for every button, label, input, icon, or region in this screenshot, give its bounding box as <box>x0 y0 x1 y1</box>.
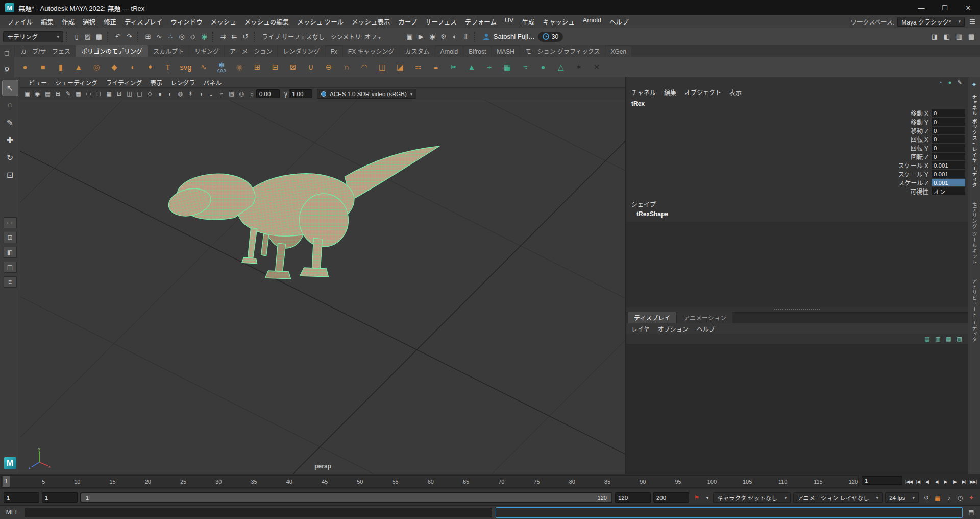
menu-item[interactable]: ファイル <box>3 17 37 27</box>
scale-tool[interactable]: ⊡ <box>3 167 18 182</box>
symmetrize-icon[interactable]: △ <box>553 59 569 75</box>
channel-attribute-value[interactable]: 0 <box>932 118 965 126</box>
layer-editor-tab[interactable]: アニメーション <box>677 312 732 323</box>
script-editor-icon[interactable]: ▤ <box>966 507 976 517</box>
current-frame-field[interactable]: 1 <box>862 476 902 485</box>
live-surface-selector[interactable]: ライブ サーフェスなし <box>259 32 328 41</box>
exposure-icon[interactable]: ☼ <box>249 90 255 98</box>
redo-icon[interactable]: ↷ <box>124 31 135 42</box>
pause-icon[interactable]: Ⅱ <box>460 31 472 42</box>
command-result-field[interactable] <box>496 507 963 518</box>
menu-item[interactable]: ヘルプ <box>605 17 633 27</box>
panel-menu-item[interactable]: パネル <box>199 78 226 87</box>
channel-attribute-value[interactable]: 0 <box>932 135 965 143</box>
menu-item[interactable]: サーフェス <box>421 17 461 27</box>
new-scene-icon[interactable]: ▯ <box>71 31 82 42</box>
multi-cut-icon[interactable]: ✂ <box>446 59 462 75</box>
playback-range-bar[interactable]: 1 120 <box>81 493 611 502</box>
move-tool[interactable]: ✚ <box>3 132 18 148</box>
menu-item[interactable]: キャッシュ <box>538 17 579 27</box>
play-forward-button[interactable]: ▶ <box>941 477 950 487</box>
playback-start-field[interactable]: 1 <box>42 492 78 503</box>
channel-attribute-value[interactable]: 0.001 <box>932 179 965 186</box>
channel-attribute-value[interactable]: 0.001 <box>932 161 965 169</box>
grease-pencil-icon[interactable]: ✎ <box>63 89 73 99</box>
bookmark-icon[interactable]: ⚑ <box>692 492 702 503</box>
menu-item[interactable]: ディスプレイ <box>120 17 166 27</box>
exposure-field[interactable]: 0.00 <box>256 89 280 98</box>
svg-tool-icon[interactable]: svg <box>178 59 194 75</box>
occlusion-icon[interactable]: ◒ <box>206 89 216 99</box>
insert-edge-loop-icon[interactable]: ≡ <box>428 59 444 75</box>
go-to-end-button[interactable]: ▶▶| <box>969 477 977 487</box>
snap-to-point-icon[interactable]: ∴ <box>165 31 176 42</box>
animation-start-field[interactable]: 1 <box>4 492 39 503</box>
poly-plane-icon[interactable]: ◆ <box>106 59 122 75</box>
channel-attribute-label[interactable]: スケール Z <box>898 178 932 187</box>
channel-attribute-value[interactable]: 0 <box>932 109 965 117</box>
channel-attribute-label[interactable]: 回転 Z <box>911 152 932 161</box>
shelf-tab[interactable]: スカルプト <box>148 45 189 57</box>
poly-cube-icon[interactable]: ■ <box>35 59 51 75</box>
field-chart-icon[interactable]: ⊡ <box>114 89 124 99</box>
shadows-icon[interactable]: ◑ <box>196 89 206 99</box>
channel-box-menu-item[interactable]: オブジェクト <box>684 88 721 97</box>
render-settings-icon[interactable]: ⚙ <box>438 31 449 42</box>
construction-history-icon[interactable]: ↺ <box>240 31 251 42</box>
anti-aliasing-icon[interactable]: ▨ <box>227 89 236 99</box>
subdiv-sphere-icon[interactable]: ◉ <box>231 59 248 75</box>
poly-cone-icon[interactable]: ▲ <box>70 59 87 75</box>
menu-item[interactable]: 編集 <box>37 17 58 27</box>
target-weld-icon[interactable]: ▲ <box>463 59 480 75</box>
menu-item[interactable]: 作成 <box>58 17 79 27</box>
bookmark-menu-icon[interactable]: ▾ <box>704 492 710 503</box>
channel-attribute-label[interactable]: 移動 Y <box>911 117 932 126</box>
symmetry-selector[interactable]: シンメトリ: オフ ▾ <box>328 32 384 41</box>
smooth-icon[interactable]: ◠ <box>356 59 373 75</box>
play-backwards-button[interactable]: ◀ <box>932 477 941 487</box>
layer-editor-menu-item[interactable]: レイヤ <box>631 324 650 333</box>
channel-box-menu-item[interactable]: 表示 <box>729 88 742 97</box>
snap-to-curve-icon[interactable]: ∿ <box>154 31 165 42</box>
poly-disc-icon[interactable]: ◖ <box>124 59 140 75</box>
menu-item[interactable]: デフォーム <box>461 17 501 27</box>
menu-item[interactable]: メッシュ <box>207 17 240 27</box>
channel-attribute-value[interactable]: 0 <box>932 153 965 160</box>
snap-to-projected-center-icon[interactable]: ◎ <box>176 31 187 42</box>
step-forward-frame-button[interactable]: |▶ <box>950 477 959 487</box>
toggle-channel-box-icon[interactable]: ▤ <box>966 31 977 42</box>
grid-toggle-icon[interactable]: ▦ <box>74 89 83 99</box>
bridge-icon[interactable]: ≍ <box>410 59 426 75</box>
film-gate-icon[interactable]: ▭ <box>84 89 93 99</box>
group-grip[interactable] <box>254 32 256 42</box>
boolean-union-icon[interactable]: ∪ <box>303 59 319 75</box>
channel-attribute-label[interactable]: 回転 Y <box>911 144 932 152</box>
launch-hypershade-icon[interactable]: ◐ <box>449 31 460 42</box>
shelf-gear-icon[interactable]: ⚙ <box>3 65 12 74</box>
transform-constraint-icon[interactable]: ✶ <box>571 59 587 75</box>
open-render-view-icon[interactable]: ▣ <box>404 31 415 42</box>
panel-menu-item[interactable]: ビュー <box>24 78 51 87</box>
render-current-frame-icon[interactable]: ▶ <box>415 31 427 42</box>
snap-to-view-plane-icon[interactable]: ◇ <box>187 31 199 42</box>
animation-layer-dropdown[interactable]: アニメーション レイヤなし ▾ <box>793 492 883 503</box>
four-pane-layout-button[interactable]: ⊞ <box>4 232 17 243</box>
shelf-tab[interactable]: Bifrost <box>463 46 491 57</box>
shelf-tab[interactable]: Fx <box>326 46 342 57</box>
step-back-frame-button[interactable]: ◀| <box>923 477 932 487</box>
channel-attribute-label[interactable]: 移動 Z <box>911 126 932 135</box>
panel-menu-item[interactable]: レンダラ <box>166 78 199 87</box>
panel-menu-item[interactable]: シェーディング <box>51 78 102 87</box>
combine-icon[interactable]: ⊞ <box>249 59 265 75</box>
snap-to-grid-icon[interactable]: ⊞ <box>142 31 154 42</box>
channel-attribute-value[interactable]: オン <box>932 187 965 195</box>
sidebar-vertical-tab[interactable]: モデリング ツールキット <box>970 201 978 265</box>
channel-box-menu-item[interactable]: 編集 <box>664 88 676 97</box>
open-scene-icon[interactable]: ▨ <box>82 31 93 42</box>
gamma-field[interactable]: 1.00 <box>289 89 312 98</box>
type-tool-icon[interactable]: T <box>160 59 176 75</box>
channel-display-speed-icon[interactable]: ◔ <box>936 79 944 86</box>
auto-keyframe-icon[interactable]: ✦ <box>966 492 976 503</box>
poly-torus-icon[interactable]: ◎ <box>88 59 105 75</box>
shelf-tab[interactable]: XGen <box>605 46 631 57</box>
